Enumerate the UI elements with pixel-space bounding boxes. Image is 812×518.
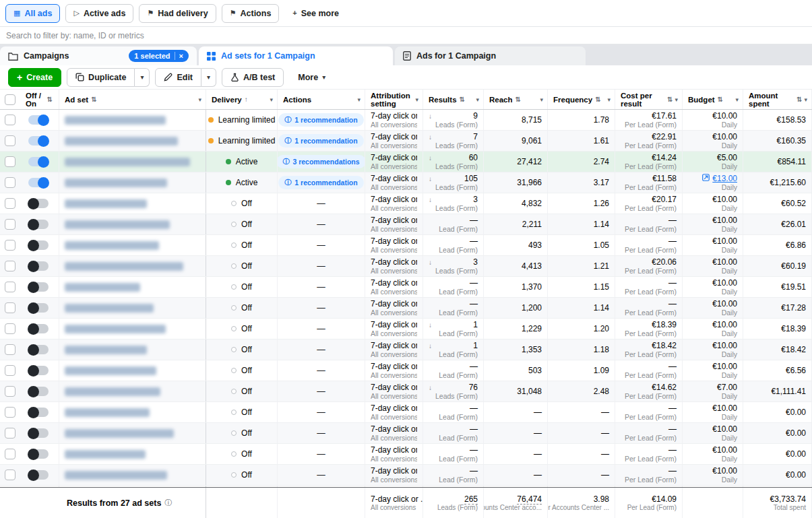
- off-on-toggle[interactable]: [28, 345, 49, 354]
- more-button[interactable]: More ▾: [289, 68, 334, 87]
- info-icon[interactable]: ⓘ: [164, 498, 172, 508]
- sort-icon[interactable]: ⇅: [667, 96, 673, 104]
- column-header[interactable]: Reach ⇅ ▾: [484, 90, 548, 109]
- duplicate-button[interactable]: Duplicate: [67, 68, 135, 87]
- ab-test-button[interactable]: A/B test: [222, 68, 284, 87]
- recommendation-badge[interactable]: ⓘ 1 recommendation: [278, 134, 363, 148]
- column-menu-icon[interactable]: ▾: [538, 96, 543, 104]
- export-results-icon[interactable]: ↓: [429, 196, 432, 203]
- select-all-checkbox[interactable]: [5, 94, 15, 105]
- column-menu-icon[interactable]: ▾: [196, 96, 201, 104]
- selected-count-badge[interactable]: 1 selected ×: [129, 50, 189, 62]
- ad-set-name-redacted[interactable]: [65, 116, 166, 125]
- duplicate-dropdown-button[interactable]: ▾: [135, 68, 150, 87]
- off-on-toggle[interactable]: [28, 470, 49, 480]
- off-on-toggle[interactable]: [28, 157, 49, 166]
- row-checkbox[interactable]: [5, 428, 15, 439]
- ad-set-name-redacted[interactable]: [65, 283, 140, 292]
- off-on-toggle[interactable]: [28, 366, 49, 375]
- column-header[interactable]: Budget ⇅ ▾: [683, 90, 743, 109]
- column-menu-icon[interactable]: ▾: [268, 96, 273, 104]
- ad-set-name-redacted[interactable]: [65, 179, 167, 187]
- row-checkbox[interactable]: [5, 115, 15, 125]
- column-header[interactable]: Amount spent ⇅ ▾: [743, 90, 812, 109]
- off-on-toggle[interactable]: [28, 324, 49, 333]
- column-header[interactable]: Results ⇅ ▾: [423, 90, 484, 109]
- summary-reach-value[interactable]: 76,474: [517, 494, 542, 505]
- column-header[interactable]: Cost per result ⇅ ▾: [615, 90, 683, 109]
- export-results-icon[interactable]: ↓: [429, 154, 432, 162]
- ad-set-name-redacted[interactable]: [65, 387, 160, 396]
- off-on-toggle[interactable]: [28, 408, 49, 417]
- column-header[interactable]: Off / On ⇅: [20, 90, 59, 109]
- sort-icon[interactable]: ⇅: [516, 96, 521, 104]
- column-menu-icon[interactable]: ▾: [355, 96, 361, 104]
- off-on-toggle[interactable]: [28, 115, 49, 125]
- filter-had-delivery[interactable]: ⚑ Had delivery: [139, 4, 216, 23]
- edit-button[interactable]: Edit: [155, 68, 201, 87]
- column-menu-icon[interactable]: ▾: [733, 96, 739, 104]
- ad-set-name-redacted[interactable]: [65, 408, 150, 417]
- filter-actions[interactable]: ⚑ Actions: [222, 4, 280, 23]
- off-on-toggle[interactable]: [28, 387, 49, 396]
- row-checkbox[interactable]: [5, 449, 15, 459]
- row-checkbox[interactable]: [5, 177, 15, 188]
- column-menu-icon[interactable]: ▾: [802, 96, 807, 104]
- sort-icon[interactable]: ⇅: [595, 96, 600, 104]
- off-on-toggle[interactable]: [28, 261, 49, 271]
- sort-icon[interactable]: ⇅: [47, 96, 53, 104]
- tab-campaigns[interactable]: Campaigns 1 selected ×: [0, 46, 197, 65]
- sort-icon[interactable]: ⇅: [91, 96, 96, 104]
- filter-all-ads[interactable]: ▦ All ads: [5, 4, 60, 23]
- row-checkbox[interactable]: [5, 323, 15, 334]
- row-checkbox[interactable]: [5, 386, 15, 397]
- ad-set-name-redacted[interactable]: [65, 471, 167, 480]
- column-header[interactable]: Actions ▾: [278, 90, 365, 109]
- off-on-toggle[interactable]: [28, 303, 49, 313]
- column-header[interactable]: Frequency ⇅ ▾: [548, 90, 615, 109]
- export-results-icon[interactable]: ↓: [429, 133, 432, 141]
- column-header[interactable]: Attribution setting ▾: [365, 90, 423, 109]
- filter-active-ads[interactable]: ▷ Active ads: [65, 4, 133, 23]
- column-header[interactable]: Ad set ⇅ ▾: [59, 90, 206, 109]
- row-checkbox[interactable]: [5, 470, 15, 480]
- ad-set-name-redacted[interactable]: [65, 304, 154, 313]
- ad-set-name-redacted[interactable]: [65, 199, 147, 208]
- row-checkbox[interactable]: [5, 198, 15, 209]
- recommendation-badge[interactable]: ⓘ 1 recommendation: [278, 113, 363, 127]
- sort-icon[interactable]: ⇅: [797, 96, 802, 104]
- edit-dropdown-button[interactable]: ▾: [201, 68, 216, 87]
- column-menu-icon[interactable]: ▾: [474, 96, 479, 104]
- ad-set-name-redacted[interactable]: [65, 429, 174, 438]
- row-checkbox[interactable]: [5, 302, 15, 313]
- see-more-button[interactable]: + See more: [284, 4, 347, 23]
- tab-ads[interactable]: Ads for 1 Campaign: [395, 46, 586, 65]
- off-on-toggle[interactable]: [28, 282, 49, 292]
- off-on-toggle[interactable]: [28, 220, 49, 229]
- export-results-icon[interactable]: ↓: [429, 321, 432, 329]
- ad-set-name-redacted[interactable]: [65, 346, 147, 354]
- summary-results-value[interactable]: 265: [464, 494, 478, 505]
- off-on-toggle[interactable]: [28, 449, 49, 459]
- tab-ad-sets[interactable]: Ad sets for 1 Campaign: [199, 46, 393, 65]
- row-checkbox[interactable]: [5, 261, 15, 271]
- ad-set-name-redacted[interactable]: [65, 262, 183, 271]
- ad-set-name-redacted[interactable]: [65, 158, 190, 166]
- sort-icon[interactable]: ⇅: [460, 96, 465, 104]
- row-checkbox[interactable]: [5, 407, 15, 418]
- clear-selection-icon[interactable]: ×: [175, 52, 183, 60]
- row-checkbox[interactable]: [5, 156, 15, 167]
- column-menu-icon[interactable]: ▾: [605, 96, 611, 104]
- sort-icon[interactable]: ↑: [245, 96, 248, 104]
- ad-set-name-redacted[interactable]: [65, 137, 178, 145]
- column-header[interactable]: Delivery ↑ ▾: [206, 90, 278, 109]
- ad-set-name-redacted[interactable]: [65, 366, 156, 375]
- recommendation-badge[interactable]: ⓘ 3 recommendations: [278, 155, 365, 168]
- off-on-toggle[interactable]: [28, 240, 49, 250]
- ad-set-name-redacted[interactable]: [65, 241, 159, 250]
- off-on-toggle[interactable]: [28, 199, 49, 208]
- row-checkbox[interactable]: [5, 365, 15, 376]
- row-checkbox[interactable]: [5, 282, 15, 292]
- export-results-icon[interactable]: ↓: [429, 175, 432, 183]
- column-menu-icon[interactable]: ▾: [673, 96, 678, 104]
